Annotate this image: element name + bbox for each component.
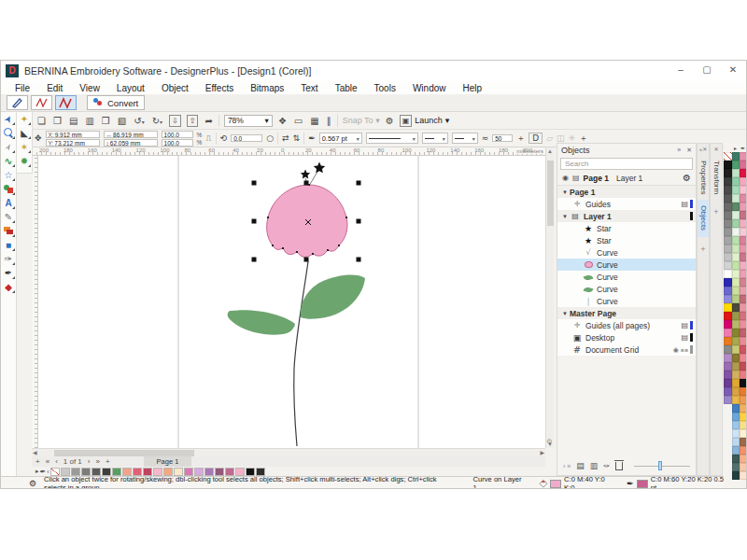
color-swatch[interactable] — [732, 438, 740, 446]
tab-transform[interactable]: Transform — [711, 155, 722, 200]
star-box-tool[interactable]: ✦ — [18, 112, 32, 126]
color-swatch[interactable] — [740, 152, 747, 161]
quick-zoom-button[interactable]: ⊙ — [545, 434, 554, 448]
menu-effects[interactable]: Effects — [197, 83, 242, 93]
objects-tree-row-curve[interactable]: √Curve — [557, 246, 696, 259]
fullscreen-preview-button[interactable]: ❖ — [277, 116, 288, 126]
objects-tree-row-desktop[interactable]: ▣Desktop▤ — [557, 331, 696, 343]
trim-button[interactable]: ◫ — [557, 133, 565, 143]
color-swatch[interactable] — [724, 362, 732, 371]
objects-tree-row-page-1[interactable]: ▼Page 1 — [557, 186, 696, 198]
text-tool[interactable]: A — [2, 196, 16, 210]
docker-settings-gear-icon[interactable]: ⚙ — [683, 173, 691, 183]
previous-page-button[interactable]: ‹ — [55, 457, 58, 466]
objects-tree-row-document-grid[interactable]: #Document Grid◉▪▪ — [557, 343, 696, 356]
objects-tree-row-star[interactable]: ★Star — [557, 222, 696, 234]
horizontal-scroll-thumb[interactable] — [54, 450, 194, 456]
fill-tool[interactable]: ◆ — [2, 280, 16, 294]
objects-tree-row-star[interactable]: ★Star — [557, 234, 696, 246]
chevron-down-icon[interactable]: ▾ — [142, 119, 145, 125]
color-swatch[interactable] — [724, 396, 732, 404]
menu-tools[interactable]: Tools — [366, 83, 404, 93]
color-swatch[interactable] — [740, 421, 747, 429]
color-swatch[interactable] — [740, 295, 747, 303]
new-layer-button[interactable]: ▤ — [576, 461, 585, 470]
color-swatch[interactable] — [732, 379, 740, 387]
smart-fill-tool[interactable]: ■ — [2, 238, 16, 252]
objects-tree-row-curve[interactable]: ∣Curve — [557, 295, 696, 307]
color-swatch[interactable] — [724, 152, 732, 161]
color-swatch[interactable] — [740, 345, 747, 354]
color-swatch[interactable] — [724, 287, 732, 295]
color-swatch[interactable] — [740, 455, 747, 463]
color-swatch[interactable] — [740, 303, 747, 312]
menu-table[interactable]: Table — [327, 83, 366, 93]
color-swatch[interactable] — [732, 421, 740, 429]
color-swatch[interactable] — [740, 211, 747, 219]
add-docker-button-2[interactable]: + — [711, 200, 722, 217]
color-swatch[interactable] — [732, 295, 740, 303]
palette-eyedropper-icon[interactable]: ✒ — [740, 145, 745, 151]
color-swatch[interactable] — [724, 387, 732, 396]
color-swatch[interactable] — [732, 211, 740, 219]
page-tab[interactable]: Page 1 — [144, 456, 192, 467]
publish-button[interactable]: ➦ — [204, 116, 213, 126]
color-swatch[interactable] — [740, 228, 747, 236]
color-swatch[interactable] — [740, 312, 747, 320]
color-swatch[interactable] — [732, 261, 740, 270]
pencil-tool[interactable]: ✎ — [2, 210, 16, 224]
object-height-field[interactable]: ↕62.059 mm — [104, 139, 158, 147]
start-arrowhead-select[interactable]: ▾ — [422, 133, 448, 144]
object-x-field[interactable]: X:9.912 mm — [46, 131, 100, 138]
color-swatch[interactable] — [724, 295, 732, 303]
menu-object[interactable]: Object — [153, 83, 197, 93]
delete-button[interactable] — [615, 462, 623, 470]
menu-help[interactable]: Help — [455, 83, 491, 93]
color-swatch[interactable] — [724, 161, 732, 169]
color-swatch[interactable] — [732, 429, 740, 438]
star-save-tool[interactable]: ✹ — [18, 154, 32, 168]
stars-tool[interactable]: ✶ — [18, 140, 32, 154]
horizontal-scrollbar[interactable]: ◀ ▶ — [32, 448, 545, 456]
maximize-button[interactable]: ▢ — [701, 64, 712, 75]
menu-window[interactable]: Window — [404, 83, 455, 93]
strip-collapse-icon[interactable]: »✕ — [699, 147, 707, 152]
mirror-vertical-button[interactable]: ⇅ — [293, 133, 301, 143]
smoothing-stepper[interactable]: ＋ — [516, 133, 525, 145]
star-small[interactable] — [301, 170, 310, 179]
print-button[interactable]: ▥ — [84, 116, 94, 126]
color-swatch[interactable] — [732, 455, 740, 463]
object-width-field[interactable]: ↔86.919 mm — [104, 131, 158, 138]
color-swatch[interactable] — [740, 278, 747, 287]
end-arrowhead-select[interactable]: ▾ — [452, 133, 478, 144]
color-swatch[interactable] — [732, 169, 740, 177]
add-page-button[interactable]: + — [35, 457, 40, 466]
color-swatch[interactable] — [732, 329, 740, 337]
scroll-up-icon[interactable]: ▲ — [546, 148, 554, 154]
printable-icon[interactable]: ▤ — [681, 333, 688, 342]
outline-width-select[interactable]: 0.567 pt▾ — [319, 133, 362, 144]
redo-button[interactable]: ↻▾ — [151, 116, 163, 126]
color-swatch[interactable] — [732, 177, 740, 186]
color-swatch[interactable] — [724, 253, 732, 261]
color-swatch[interactable] — [724, 219, 732, 228]
basic-shapes-tool[interactable] — [2, 182, 16, 196]
objects-tree-row-curve[interactable]: Curve — [557, 271, 696, 283]
color-swatch[interactable] — [724, 177, 732, 186]
color-swatch[interactable] — [740, 320, 747, 329]
color-swatch[interactable] — [724, 245, 732, 253]
color-swatch[interactable] — [740, 379, 747, 387]
color-swatch[interactable] — [732, 320, 740, 329]
scale-x-field[interactable]: 100.0 — [162, 131, 193, 138]
menu-layout[interactable]: Layout — [108, 83, 153, 93]
leaf-right[interactable] — [301, 275, 365, 319]
color-swatch[interactable] — [732, 362, 740, 371]
palette-arrow-icon[interactable]: ▸ — [734, 145, 737, 151]
vertical-ruler[interactable] — [32, 156, 38, 448]
layer-eyedropper-button[interactable]: ✑ — [603, 462, 610, 470]
intersect-button[interactable]: ✳ — [569, 133, 576, 143]
color-swatch[interactable] — [740, 337, 747, 345]
color-swatch[interactable] — [740, 329, 747, 337]
color-swatch[interactable] — [732, 387, 740, 396]
color-swatch[interactable] — [740, 463, 747, 471]
